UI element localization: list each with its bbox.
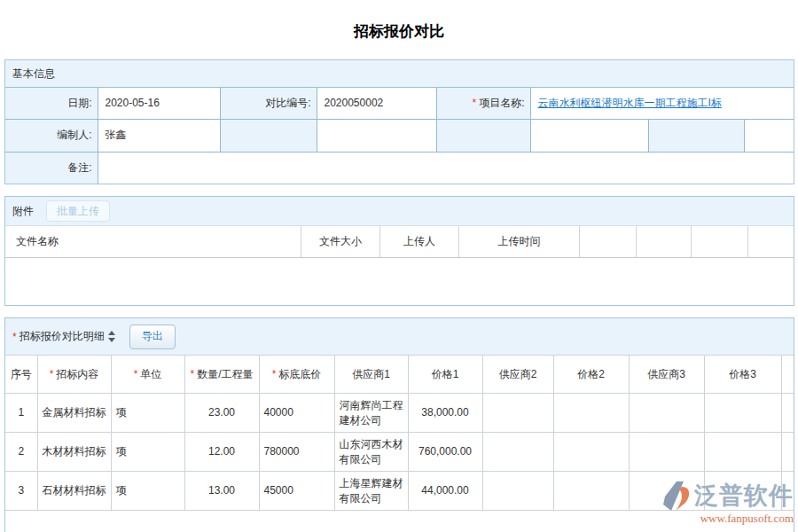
fanpu-logo-icon bbox=[662, 480, 692, 512]
basic-info-header: 基本信息 bbox=[5, 60, 794, 88]
required-asterisk: * bbox=[134, 368, 138, 380]
detail-cell: 13.00 bbox=[184, 472, 259, 511]
required-asterisk: * bbox=[272, 368, 277, 380]
detail-cell: 项 bbox=[111, 394, 184, 433]
attachments-title: 附件 bbox=[12, 204, 34, 219]
detail-cell: 40000 bbox=[259, 394, 334, 433]
attachment-column-header bbox=[692, 226, 748, 257]
detail-cell bbox=[553, 472, 629, 511]
attachments-section: 附件 批量上传 文件名称文件大小上传人上传时间 bbox=[4, 196, 794, 306]
detail-cell bbox=[553, 433, 629, 472]
detail-column-header: 价格3 bbox=[704, 356, 781, 394]
required-asterisk: * bbox=[50, 368, 54, 380]
empty-value-cell bbox=[317, 119, 436, 152]
detail-column-header bbox=[781, 356, 794, 394]
vendor-logo-text: 泛普软件 bbox=[694, 484, 794, 508]
basic-info-section: 基本信息 日期: 2020-05-16 对比编号: 2020050002 *项目… bbox=[4, 59, 794, 184]
detail-column-header: 价格2 bbox=[553, 356, 629, 394]
empty-label-cell bbox=[436, 119, 530, 152]
detail-cell: 23.00 bbox=[184, 394, 259, 433]
required-asterisk: * bbox=[12, 331, 17, 343]
attachment-empty-body bbox=[5, 258, 794, 305]
detail-column-header: *招标内容 bbox=[37, 356, 111, 394]
detail-cell: 金属材料招标 bbox=[37, 394, 111, 433]
attachment-column-header bbox=[580, 226, 637, 257]
detail-cell: 项 bbox=[111, 433, 184, 472]
vendor-website: www.fanpusoft.com bbox=[662, 512, 794, 526]
vendor-logo: 泛普软件 www.fanpusoft.com bbox=[662, 480, 794, 526]
attachment-column-header: 文件名称 bbox=[5, 226, 301, 257]
detail-cell: 1 bbox=[5, 394, 37, 433]
compiler-label: 编制人: bbox=[5, 119, 98, 152]
detail-column-header: 序号 bbox=[5, 356, 37, 394]
detail-cell bbox=[553, 394, 629, 433]
attachment-column-header bbox=[637, 226, 692, 257]
detail-cell: 780000 bbox=[259, 433, 334, 472]
detail-cell: 2 bbox=[5, 433, 37, 472]
sort-spinner-icon[interactable] bbox=[108, 331, 115, 342]
detail-cell bbox=[781, 394, 794, 433]
detail-column-header: *单位 bbox=[111, 356, 184, 394]
detail-column-header: 价格1 bbox=[408, 356, 482, 394]
detail-cell: 项 bbox=[111, 472, 184, 511]
detail-cell: 3 bbox=[5, 472, 37, 511]
detail-header: * 招标报价对比明细 导出 bbox=[5, 318, 794, 355]
project-name-link[interactable]: 云南水利枢纽潜明水库一期工程施工I标 bbox=[538, 97, 722, 109]
page-title: 招标报价对比 bbox=[0, 0, 798, 42]
detail-table-row: 1金属材料招标项23.0040000河南辉尚工程建材公司38,000.00 bbox=[5, 394, 794, 433]
project-value-cell: 云南水利枢纽潜明水库一期工程施工I标 bbox=[530, 88, 794, 119]
detail-cell: 石材材料招标 bbox=[37, 472, 111, 511]
detail-cell bbox=[482, 433, 553, 472]
detail-column-header: 供应商2 bbox=[482, 356, 553, 394]
compare-no-value: 2020050002 bbox=[317, 88, 436, 119]
detail-cell: 12.00 bbox=[184, 433, 259, 472]
sort-up-icon bbox=[108, 331, 115, 335]
date-label: 日期: bbox=[5, 88, 98, 119]
detail-column-header: *标底底价 bbox=[259, 356, 334, 394]
compiler-value: 张鑫 bbox=[98, 119, 220, 152]
detail-cell: 38,000.00 bbox=[408, 394, 482, 433]
empty-label-cell bbox=[220, 119, 317, 152]
empty-label-cell bbox=[648, 119, 744, 152]
detail-cell: 上海星辉建材有限公司 bbox=[334, 472, 408, 511]
attachment-column-header bbox=[748, 226, 794, 257]
empty-value-cell bbox=[530, 119, 648, 152]
detail-column-header: *数量/工程量 bbox=[184, 356, 259, 394]
detail-cell: 45000 bbox=[259, 472, 334, 511]
detail-cell bbox=[629, 394, 704, 433]
detail-cell bbox=[482, 472, 553, 511]
detail-title: 招标报价对比明细 bbox=[20, 329, 105, 344]
empty-value-cell bbox=[744, 119, 794, 152]
compare-no-label: 对比编号: bbox=[220, 88, 317, 119]
date-value: 2020-05-16 bbox=[98, 88, 220, 119]
detail-cell: 木材材料招标 bbox=[37, 433, 111, 472]
detail-cell bbox=[781, 433, 794, 472]
remark-label: 备注: bbox=[5, 152, 98, 184]
detail-cell bbox=[704, 433, 781, 472]
sort-down-icon bbox=[108, 338, 115, 342]
detail-cell bbox=[629, 433, 704, 472]
detail-column-header: 供应商3 bbox=[629, 356, 704, 394]
attachment-header-row: 文件名称文件大小上传人上传时间 bbox=[5, 225, 794, 258]
detail-cell bbox=[482, 394, 553, 433]
required-asterisk: * bbox=[472, 97, 476, 109]
batch-upload-button[interactable]: 批量上传 bbox=[46, 200, 110, 222]
remark-value bbox=[98, 152, 794, 184]
detail-column-header: 供应商1 bbox=[334, 356, 408, 394]
detail-header-row: 序号*招标内容*单位*数量/工程量*标底底价供应商1价格1供应商2价格2供应商3… bbox=[5, 356, 794, 394]
project-label: *项目名称: bbox=[436, 88, 530, 119]
attachment-column-header: 上传时间 bbox=[459, 226, 580, 257]
detail-cell bbox=[704, 394, 781, 433]
attachment-column-header: 文件大小 bbox=[301, 226, 380, 257]
attachments-header: 附件 批量上传 bbox=[5, 197, 794, 225]
export-button[interactable]: 导出 bbox=[129, 325, 176, 349]
basic-info-title: 基本信息 bbox=[12, 66, 55, 82]
detail-cell: 河南辉尚工程建材公司 bbox=[334, 394, 408, 433]
detail-cell: 44,000.00 bbox=[408, 472, 482, 511]
attachment-column-header: 上传人 bbox=[380, 226, 459, 257]
detail-cell: 760,000.00 bbox=[408, 433, 482, 472]
detail-cell: 山东河西木材有限公司 bbox=[334, 433, 408, 472]
basic-info-table: 日期: 2020-05-16 对比编号: 2020050002 *项目名称: 云… bbox=[5, 88, 794, 184]
required-asterisk: * bbox=[190, 368, 194, 380]
detail-table-row: 2木材材料招标项12.00780000山东河西木材有限公司760,000.00 bbox=[5, 433, 794, 472]
